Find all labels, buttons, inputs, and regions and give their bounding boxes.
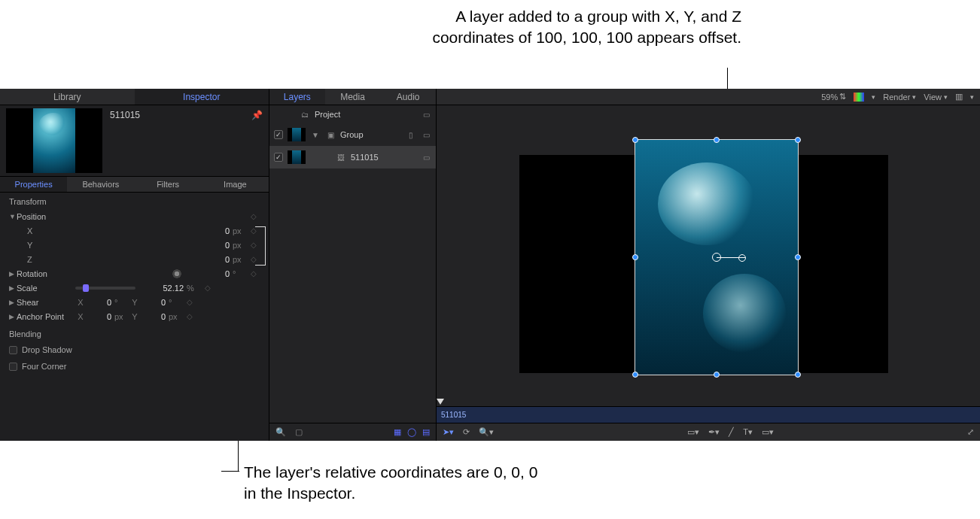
pen-tool-icon[interactable]: ✒▾ bbox=[708, 427, 720, 437]
tab-media[interactable]: Media bbox=[325, 89, 381, 105]
property-position-x[interactable]: X 0 px ◇ bbox=[5, 223, 264, 238]
left-panel: Library Inspector 511015 📌 Properties Be… bbox=[0, 89, 269, 441]
chevron-down-icon[interactable]: ▾ bbox=[970, 93, 974, 101]
disclosure-triangle-icon[interactable]: ▶ bbox=[9, 313, 17, 320]
select-tool-icon[interactable]: ➤▾ bbox=[443, 427, 454, 437]
tab-filters[interactable]: Filters bbox=[135, 177, 202, 192]
visibility-checkbox[interactable]: ✓ bbox=[274, 153, 283, 162]
property-rotation[interactable]: ▶ Rotation 0 ° ◇ bbox=[5, 266, 264, 281]
mini-timeline[interactable]: 511015 bbox=[437, 406, 980, 423]
layer-options-icon[interactable]: ▭ bbox=[421, 111, 431, 119]
property-shear[interactable]: ▶ Shear X 0 ° Y 0 ° ◇ bbox=[5, 295, 264, 309]
layer-options-icon[interactable]: ▭ bbox=[421, 153, 431, 162]
disclosure-triangle-icon[interactable]: ▼ bbox=[310, 131, 321, 139]
keyframe-icon[interactable]: ◇ bbox=[248, 269, 260, 278]
expand-icon[interactable]: ⤢ bbox=[967, 427, 974, 437]
frame-icon[interactable]: ▢ bbox=[295, 427, 303, 437]
rotation-value[interactable]: 0 bbox=[186, 269, 231, 278]
3d-transform-tool-icon[interactable]: ⟳ bbox=[463, 427, 470, 437]
disclosure-triangle-icon[interactable]: ▶ bbox=[9, 270, 17, 278]
mask-icon[interactable]: ▦ bbox=[394, 427, 401, 437]
image-icon: 🖼 bbox=[336, 153, 346, 162]
anchor-x-value[interactable]: 0 bbox=[86, 312, 113, 321]
chevron-down-icon[interactable]: ▾ bbox=[872, 93, 875, 101]
3d-icon[interactable]: ◯ bbox=[407, 427, 416, 437]
project-label: Project bbox=[315, 110, 416, 119]
color-channels-icon[interactable] bbox=[854, 93, 864, 102]
canvas[interactable] bbox=[437, 105, 980, 406]
property-position-z[interactable]: Z 0 px ◇ bbox=[5, 252, 264, 266]
resize-handle[interactable] bbox=[632, 137, 638, 143]
property-scale[interactable]: ▶ Scale 52.12 % ◇ bbox=[5, 281, 264, 295]
lock-icon[interactable]: ▯ bbox=[406, 131, 416, 139]
property-position[interactable]: ▼ Position ◇ bbox=[5, 209, 264, 223]
visibility-checkbox[interactable]: ✓ bbox=[274, 130, 283, 139]
property-position-y[interactable]: Y 0 px ◇ bbox=[5, 238, 264, 252]
zoom-control[interactable]: 59% ⇅ bbox=[821, 92, 846, 102]
resize-handle[interactable] bbox=[632, 254, 638, 260]
keyframe-icon[interactable]: ◇ bbox=[202, 284, 214, 292]
anchor-point-handle[interactable] bbox=[712, 253, 721, 262]
layers-footer: 🔍 ▢ ▦ ◯ ▤ bbox=[269, 423, 436, 441]
position-y-unit: px bbox=[231, 241, 248, 250]
position-z-unit: px bbox=[231, 255, 248, 264]
property-four-corner[interactable]: Four Corner bbox=[5, 358, 264, 375]
layer-row-group[interactable]: ✓ ▼ ▣ Group ▯ ▭ bbox=[269, 123, 436, 146]
property-drop-shadow[interactable]: Drop Shadow bbox=[5, 341, 264, 358]
layer-row-511015[interactable]: ✓ 🖼 511015 ▭ bbox=[269, 146, 436, 168]
preview-title: 511015 bbox=[110, 108, 140, 173]
property-anchor-point[interactable]: ▶ Anchor Point X 0 px Y 0 px ◇ bbox=[5, 309, 264, 323]
disclosure-triangle-icon[interactable]: ▶ bbox=[9, 284, 17, 292]
resize-handle[interactable] bbox=[795, 254, 801, 260]
layer-label[interactable]: 511015 bbox=[351, 153, 416, 162]
rotation-dial[interactable] bbox=[172, 269, 181, 278]
keyframe-icon[interactable]: ◇ bbox=[248, 212, 260, 220]
position-z-value[interactable]: 0 bbox=[186, 255, 231, 264]
selected-layer[interactable] bbox=[635, 140, 798, 375]
disclosure-triangle-icon[interactable]: ▶ bbox=[9, 299, 17, 306]
timeline-clip-label: 511015 bbox=[441, 411, 466, 419]
position-y-value[interactable]: 0 bbox=[186, 241, 231, 250]
keyframe-icon[interactable]: ◇ bbox=[184, 312, 196, 320]
disclosure-triangle-icon[interactable]: ▼ bbox=[9, 213, 17, 220]
tab-layers[interactable]: Layers bbox=[269, 89, 325, 105]
rectangle-tool-icon[interactable]: ▭▾ bbox=[687, 427, 699, 437]
scale-value[interactable]: 52.12 bbox=[140, 284, 185, 293]
checkbox[interactable] bbox=[9, 346, 17, 354]
layers-panel: Layers Media Audio 🗂 Project ▭ ✓ ▼ ▣ Gro… bbox=[269, 89, 437, 441]
render-menu[interactable]: Render ▾ bbox=[883, 93, 916, 102]
new-group-icon[interactable]: ▤ bbox=[422, 427, 430, 437]
group-label[interactable]: Group bbox=[340, 130, 401, 139]
tab-audio[interactable]: Audio bbox=[380, 89, 436, 105]
shear-x-value[interactable]: 0 bbox=[86, 298, 113, 307]
resize-handle[interactable] bbox=[795, 372, 801, 378]
anchor-y-value[interactable]: 0 bbox=[140, 312, 167, 321]
layout-icon[interactable]: ▥ bbox=[955, 92, 963, 102]
shear-y-value[interactable]: 0 bbox=[140, 298, 167, 307]
resize-handle[interactable] bbox=[714, 372, 720, 378]
resize-handle[interactable] bbox=[714, 137, 720, 143]
search-icon[interactable]: 🔍 bbox=[275, 427, 286, 437]
preview-thumbnail[interactable] bbox=[6, 108, 102, 173]
resize-handle[interactable] bbox=[795, 137, 801, 143]
tab-behaviors[interactable]: Behaviors bbox=[67, 177, 134, 192]
mask-tool-icon[interactable]: ▭▾ bbox=[762, 427, 774, 437]
position-x-value[interactable]: 0 bbox=[186, 226, 231, 235]
layer-options-icon[interactable]: ▭ bbox=[421, 131, 431, 139]
search-view-icon[interactable]: 🔍▾ bbox=[479, 427, 494, 437]
view-menu[interactable]: View ▾ bbox=[924, 93, 948, 102]
tab-properties[interactable]: Properties bbox=[0, 177, 67, 192]
layer-row-project[interactable]: 🗂 Project ▭ bbox=[269, 105, 436, 123]
pin-icon[interactable]: 📌 bbox=[251, 110, 263, 120]
checkbox[interactable] bbox=[9, 363, 17, 371]
tab-library[interactable]: Library bbox=[0, 89, 135, 105]
line-tool-icon[interactable]: ╱ bbox=[729, 427, 734, 437]
keyframe-icon[interactable]: ◇ bbox=[184, 298, 196, 306]
tab-image[interactable]: Image bbox=[202, 177, 269, 192]
tab-inspector[interactable]: Inspector bbox=[135, 89, 269, 105]
scale-slider[interactable] bbox=[75, 287, 135, 290]
playhead-icon[interactable] bbox=[437, 399, 444, 405]
inspector-tabs: Properties Behaviors Filters Image bbox=[0, 176, 269, 193]
text-tool-icon[interactable]: T▾ bbox=[743, 427, 753, 437]
resize-handle[interactable] bbox=[632, 372, 638, 378]
